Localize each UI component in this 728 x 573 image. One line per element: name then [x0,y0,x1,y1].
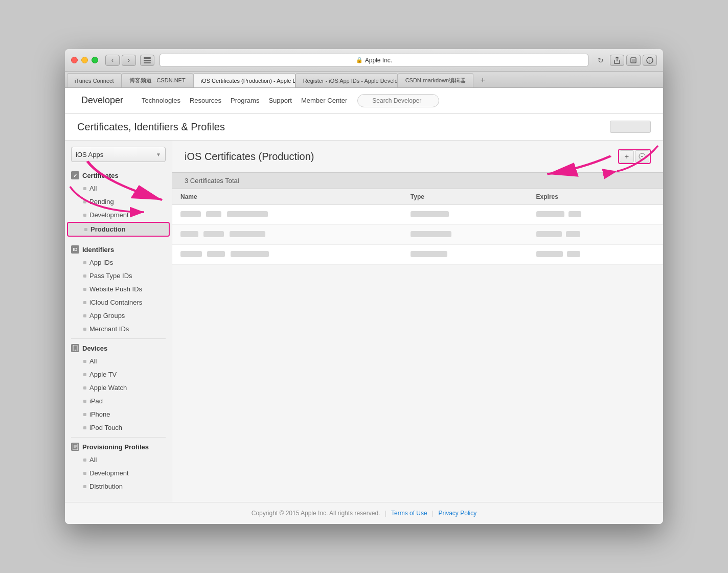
bullet-icon [83,274,86,278]
page-header: Certificates, Identifiers & Profiles [65,113,663,141]
cell-type [402,205,528,225]
tab-register-ios[interactable]: Register - iOS App IDs - Apple Developer [295,73,398,87]
maximize-button[interactable] [92,57,98,63]
sidebar-section-identifiers: ID Identifiers App IDs Pass Type IDs [65,243,172,335]
url-bar[interactable]: 🔒 Apple Inc. [160,54,588,67]
sidebar-item-development[interactable]: Development [67,209,170,221]
nav-resources[interactable]: Resources [190,97,221,104]
developer-text: Developer [81,95,123,106]
back-button[interactable]: ‹ [105,55,120,66]
terms-link[interactable]: Terms of Use [391,510,427,517]
footer: Copyright © 2015 Apple Inc. All rights r… [65,502,663,524]
bullet-icon [83,400,86,403]
cert-count-bar: 3 Certificates Total [172,172,663,189]
sidebar-item-all-certs[interactable]: All [67,182,170,195]
footer-divider-2: | [432,510,434,517]
svg-rect-4 [632,59,635,62]
devices-icon [71,344,79,352]
new-tab-button[interactable]: + [475,75,490,86]
sidebar-item-ipad[interactable]: iPad [67,395,170,407]
table-row[interactable] [172,205,663,225]
nav-programs[interactable]: Programs [231,97,259,104]
search-input[interactable] [357,94,439,107]
sidebar-item-app-groups[interactable]: App Groups [67,309,170,322]
sidebar-item-merchant-ids[interactable]: Merchant IDs [67,323,170,335]
svg-rect-1 [144,60,151,61]
sidebar-item-all-profiles[interactable]: All [67,453,170,466]
close-button[interactable] [71,57,78,63]
sidebar-item-label: Development [89,469,129,477]
bullet-icon [83,288,86,291]
add-certificate-button[interactable]: + [620,150,634,163]
sidebar-item-apple-watch[interactable]: Apple Watch [67,381,170,394]
cell-expires [528,225,663,245]
main-layout: iOS Apps ▼ ✓ Certificates All [65,141,663,502]
bullet-icon [83,373,86,376]
download-button[interactable]: ↓ [643,55,657,66]
certificates-table: Name Type Expires [172,189,663,265]
bullet-icon [83,459,86,462]
sidebar-item-icloud-containers[interactable]: iCloud Containers [67,296,170,309]
sidebar-item-all-devices[interactable]: All [67,355,170,368]
cell-expires [528,205,663,225]
tab-ios-certificates[interactable]: iOS Certificates (Production) - Apple D.… [193,73,295,87]
dropdown-value: iOS Apps [76,151,103,158]
edit-certificate-button[interactable] [635,150,649,163]
tab-view-button[interactable] [140,55,154,66]
reload-button[interactable]: ↻ [594,54,608,67]
sidebar-item-dist-profiles[interactable]: Distribution [67,480,170,493]
svg-point-10 [75,350,76,351]
identifiers-label: Identifiers [82,246,114,254]
minimize-button[interactable] [81,57,88,63]
cell-expires [528,245,663,265]
sidebar-item-pass-type-ids[interactable]: Pass Type IDs [67,269,170,282]
sidebar-item-iphone[interactable]: iPhone [67,408,170,421]
sidebar-divider-1 [71,240,166,240]
sidebar-item-label: All [89,185,97,192]
nav-member-center[interactable]: Member Center [301,97,347,104]
forward-button[interactable]: › [122,55,136,66]
identifiers-icon: ID [71,245,79,254]
mac-window: ‹ › 🔒 Apple Inc. ↻ ↓ iTunes Connect 博客频道… [65,49,663,524]
sidebar-item-dev-profiles[interactable]: Development [67,467,170,479]
sidebar-item-label: App IDs [89,259,113,266]
bullet-icon [83,328,86,331]
copyright-text: Copyright © 2015 Apple Inc. All rights r… [252,510,380,517]
table-row[interactable] [172,245,663,265]
table-row[interactable] [172,225,663,245]
apple-developer-logo[interactable]: Developer [77,95,123,106]
search-wrap [357,94,439,107]
bullet-icon [83,200,86,203]
sidebar-item-apple-tv[interactable]: Apple TV [67,368,170,381]
share-button[interactable] [610,55,624,66]
bullet-icon [83,426,86,429]
tab-csdn-editor[interactable]: CSDN-markdown编辑器 [398,73,474,87]
sidebar-item-label: App Groups [89,312,125,319]
fullscreen-button[interactable] [626,55,641,66]
nav-support[interactable]: Support [268,97,292,104]
sidebar-item-website-push-ids[interactable]: Website Push IDs [67,283,170,295]
sidebar-section-devices: Devices All Apple TV Apple Watch [65,342,172,434]
sidebar-item-label: All [89,456,97,464]
traffic-lights [71,57,98,63]
sidebar-item-label: Apple Watch [89,384,127,392]
nav-buttons: ‹ › [105,55,136,66]
sidebar-item-pending[interactable]: Pending [67,195,170,208]
platform-dropdown[interactable]: iOS Apps ▼ [71,147,166,162]
svg-text:↓: ↓ [649,58,651,63]
sidebar-item-label: Distribution [89,483,123,490]
sidebar-item-label: All [89,357,97,365]
tab-csdn[interactable]: 博客频道 - CSDN.NET [122,73,193,87]
sidebar-item-ipod-touch[interactable]: iPod Touch [67,421,170,434]
sidebar-item-production[interactable]: Production [67,222,170,237]
header-action-placeholder [610,121,651,133]
nav-technologies[interactable]: Technologies [142,97,180,104]
tab-itunes-connect[interactable]: iTunes Connect [67,73,122,87]
developer-nav: Developer Technologies Resources Program… [65,88,663,113]
sidebar-item-app-ids[interactable]: App IDs [67,256,170,269]
content-title: iOS Certificates (Production) [185,151,314,163]
privacy-link[interactable]: Privacy Policy [439,510,477,517]
col-name: Name [172,189,402,205]
action-buttons-group: + [618,149,651,164]
url-text: Apple Inc. [365,57,392,64]
